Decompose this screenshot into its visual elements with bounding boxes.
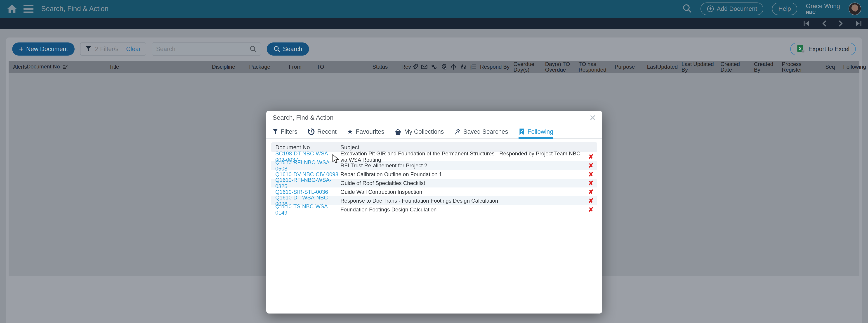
following-rows: SC198-DT-NBC-WSA-002-0037 Excavation Pit… <box>271 152 597 214</box>
avatar[interactable] <box>848 2 861 15</box>
column-title[interactable]: Title <box>107 64 210 70</box>
document-link[interactable]: Q1610-TS-NBC-WSA-0149 <box>275 203 330 216</box>
home-icon[interactable] <box>7 4 17 13</box>
column-document-no-label: Document No <box>27 63 60 70</box>
pin-icon <box>454 128 461 135</box>
document-link[interactable]: Q1610-SIR-STL-0036 <box>275 189 328 195</box>
tab-my-collections[interactable]: My Collections <box>395 125 444 138</box>
register-icon-columns: 123 <box>410 63 478 70</box>
unfollow-icon[interactable]: ✘ <box>588 189 594 195</box>
unfollow-icon[interactable]: ✘ <box>588 197 594 204</box>
active-filters-box[interactable]: 2 Filter/s Clear <box>80 42 146 56</box>
next-page-icon[interactable] <box>838 20 844 27</box>
column-days-to-overdue[interactable]: Day(s) TO Overdue <box>544 61 577 72</box>
column-purpose[interactable]: Purpose <box>613 64 645 70</box>
column-package[interactable]: Package <box>247 64 287 70</box>
close-icon[interactable]: ✕ <box>590 114 596 122</box>
search-input-icon[interactable] <box>250 45 257 53</box>
search-icon[interactable] <box>682 4 692 14</box>
unfollow-icon[interactable]: ✘ <box>588 162 594 169</box>
tab-recent[interactable]: Recent <box>308 125 337 138</box>
mail-icon[interactable] <box>421 64 427 70</box>
search-input[interactable] <box>156 45 250 53</box>
user-name: Grace Wong <box>806 3 840 10</box>
menu-icon[interactable] <box>24 5 33 13</box>
tab-filters-label: Filters <box>281 128 298 135</box>
column-rev[interactable]: Rev <box>400 64 410 70</box>
column-following[interactable]: Following <box>841 64 860 70</box>
column-discipline[interactable]: Discipline <box>210 64 248 70</box>
pagination-bar <box>0 18 868 29</box>
link-forward-icon[interactable] <box>440 63 447 70</box>
document-subject: Guide Wall Contruction Inspection <box>339 189 585 195</box>
unfollow-icon[interactable]: ✘ <box>588 206 594 213</box>
column-last-updated-by[interactable]: Last Updated By <box>680 61 719 72</box>
unfollow-icon[interactable]: ✘ <box>588 153 594 160</box>
document-subject: RFI Trust Re-alinement for Project 2 <box>339 162 585 169</box>
history-icon <box>308 128 315 135</box>
filter-icon <box>273 129 278 135</box>
table-row: Q1610-RFI-NBC-WSA-0508 RFI Trust Re-alin… <box>271 161 597 170</box>
previous-page-icon[interactable] <box>821 20 827 27</box>
unfollow-icon[interactable]: ✘ <box>588 171 594 178</box>
tab-filters[interactable]: Filters <box>273 125 298 138</box>
column-created-by[interactable]: Created By <box>752 61 780 72</box>
document-subject: Guide of Roof Specialties Checklist <box>339 180 585 186</box>
tab-favourites[interactable]: ★ Favourites <box>347 125 384 138</box>
column-last-updated[interactable]: LastUpdated <box>645 64 680 70</box>
column-overdue-days[interactable]: Overdue Day(s) <box>512 61 544 72</box>
search-button-label: Search <box>283 45 303 53</box>
tab-saved-searches[interactable]: Saved Searches <box>454 125 508 138</box>
filter-icon <box>86 46 91 52</box>
search-button[interactable]: Search <box>267 42 309 56</box>
document-link[interactable]: Q1610-DV-NBC-CIV-0098 <box>275 171 338 177</box>
column-alerts[interactable]: Alerts <box>11 64 25 70</box>
workflow-icon[interactable] <box>451 63 456 70</box>
last-page-icon[interactable] <box>855 20 862 27</box>
link-icon[interactable] <box>431 63 437 70</box>
register-toolbar: + New Document 2 Filter/s Clear Search X <box>8 42 860 56</box>
clear-filters-link[interactable]: Clear <box>126 45 141 53</box>
svg-text:1: 1 <box>470 64 471 66</box>
page-title: Search, Find & Action <box>41 5 108 13</box>
star-icon: ★ <box>347 128 353 135</box>
tab-following[interactable]: Following <box>519 125 553 138</box>
basket-icon <box>395 128 401 135</box>
modal-header: Search, Find & Action ✕ <box>266 111 602 125</box>
add-document-button[interactable]: Add Document <box>701 2 764 15</box>
new-document-button[interactable]: + New Document <box>12 42 74 56</box>
table-row: Q1610-TS-NBC-WSA-0149 Foundation Footing… <box>271 205 597 214</box>
reassign-icon[interactable] <box>460 63 467 70</box>
new-document-label: New Document <box>26 45 68 53</box>
table-row: Q1610-RFI-NBC-WSA-0325 Guide of Roof Spe… <box>271 179 597 188</box>
unfollow-icon[interactable]: ✘ <box>588 180 594 187</box>
column-document-no[interactable]: Document No <box>25 64 107 70</box>
column-respond-by[interactable]: Respond By <box>478 64 512 70</box>
first-page-icon[interactable] <box>803 20 811 27</box>
tab-following-label: Following <box>528 128 553 135</box>
search-box <box>152 42 261 56</box>
document-link[interactable]: Q1610-RFI-NBC-WSA-0325 <box>275 177 331 189</box>
help-label: Help <box>778 5 791 12</box>
top-navigation-bar: Search, Find & Action Add Document Help … <box>0 0 868 18</box>
modal-tabs: Filters Recent ★ Favourites My Collectio… <box>266 125 602 139</box>
column-process-register[interactable]: Process Register <box>780 61 824 72</box>
export-to-excel-button[interactable]: X Export to Excel <box>790 43 856 55</box>
column-to[interactable]: TO <box>315 64 370 70</box>
help-button[interactable]: Help <box>772 3 797 15</box>
document-subject: Excavation Pit GIR and Foundation of the… <box>339 151 585 163</box>
numbered-list-icon[interactable]: 123 <box>470 63 476 70</box>
document-link[interactable]: Q1610-RFI-NBC-WSA-0508 <box>275 159 331 172</box>
user-info: Grace Wong NBC <box>806 3 840 15</box>
filter-count-label: 2 Filter/s <box>95 45 119 53</box>
column-seq[interactable]: Seq <box>824 64 841 70</box>
tab-recent-label: Recent <box>317 128 337 135</box>
add-document-label: Add Document <box>717 5 757 12</box>
attachment-icon[interactable] <box>412 63 418 70</box>
column-created-date[interactable]: Created Date <box>719 61 752 72</box>
bookmark-check-icon <box>519 128 525 135</box>
column-status[interactable]: Status <box>370 64 399 70</box>
column-to-has-responded[interactable]: TO has Responded <box>577 61 613 72</box>
column-from[interactable]: From <box>287 64 315 70</box>
sort-icon[interactable] <box>62 64 68 70</box>
